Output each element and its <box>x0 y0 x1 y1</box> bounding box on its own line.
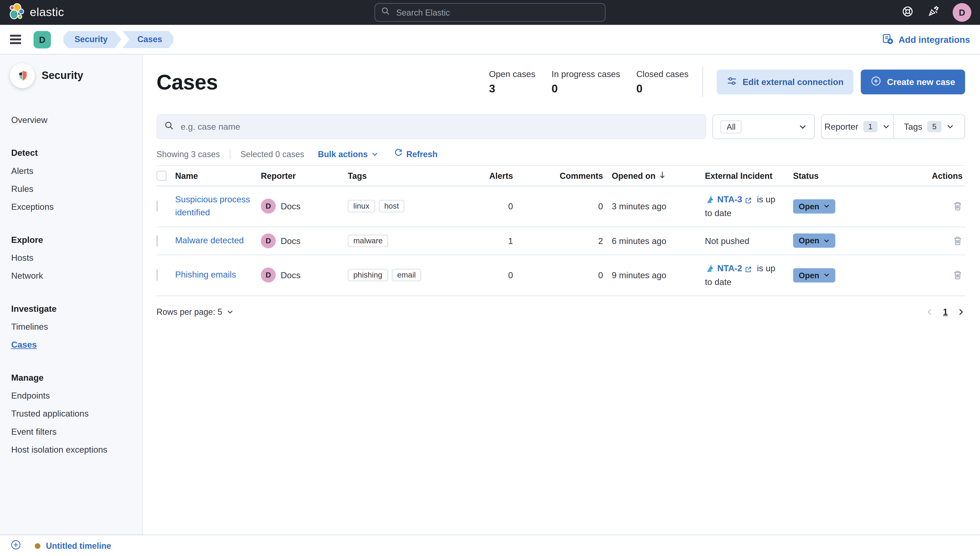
external-link-icon[interactable] <box>745 263 754 273</box>
external-incident: Not pushed <box>705 230 793 252</box>
opened-on-label: Opened on <box>612 171 656 181</box>
external-link-icon[interactable] <box>745 194 754 204</box>
chevron-down-icon <box>824 272 830 278</box>
col-tags[interactable]: Tags <box>348 166 466 185</box>
sidebar-item-hosts[interactable]: Hosts <box>10 249 132 267</box>
status-filter-select[interactable]: All <box>712 114 815 139</box>
external-incident-link[interactable]: NTA-2 <box>717 263 742 273</box>
pagination: 1 <box>926 307 965 317</box>
case-name-link[interactable]: Phishing emails <box>175 270 236 280</box>
sidebar-heading-explore: Explore <box>10 230 132 248</box>
row-checkbox[interactable] <box>157 235 158 246</box>
page-header: Cases Open cases 3 In progress cases 0 C… <box>157 67 965 97</box>
sidebar-item-event-filters[interactable]: Event filters <box>10 422 132 440</box>
opened-on-value: 9 minutes ago <box>612 264 705 286</box>
external-incident: NTA-2 is up to date <box>705 255 793 295</box>
case-search[interactable] <box>157 114 706 139</box>
bulk-actions-button[interactable]: Bulk actions <box>318 149 378 158</box>
sidebar-item-timelines[interactable]: Timelines <box>10 317 132 335</box>
tag-badge[interactable]: linux <box>348 200 375 213</box>
external-incident-link[interactable]: NTA-3 <box>717 194 742 204</box>
col-opened-on[interactable]: Opened on <box>612 166 705 186</box>
create-case-label: Create new case <box>887 77 955 87</box>
case-name-link[interactable]: Malware detected <box>175 235 244 246</box>
col-alerts[interactable]: Alerts <box>466 166 522 185</box>
sidebar-heading-detect: Detect <box>10 144 132 162</box>
previous-page-icon[interactable] <box>926 308 934 316</box>
sidebar-item-host-isolation-exceptions[interactable]: Host isolation exceptions <box>10 440 132 458</box>
space-badge[interactable]: D <box>34 31 51 48</box>
alerts-count: 0 <box>466 195 522 217</box>
main-content: Cases Open cases 3 In progress cases 0 C… <box>143 55 980 535</box>
top-bar: elastic <box>0 0 980 25</box>
case-name-link[interactable]: Suspicious process identified <box>175 194 250 218</box>
add-timeline-icon[interactable] <box>10 539 21 552</box>
col-external-incident[interactable]: External Incident <box>705 166 793 185</box>
timeline-title[interactable]: Untitled timeline <box>46 541 111 550</box>
add-integrations-link[interactable]: Add integrations <box>882 32 970 46</box>
add-integrations-icon <box>882 32 894 46</box>
status-badge[interactable]: Open <box>793 268 835 282</box>
create-new-case-button[interactable]: Create new case <box>861 70 965 95</box>
status-filter-value: All <box>720 120 742 133</box>
breadcrumb-bar: D Security Cases Add integrations <box>0 25 980 55</box>
sidebar-item-alerts[interactable]: Alerts <box>10 162 132 179</box>
tags-filter[interactable]: Tags 5 <box>893 115 964 138</box>
reporter-name: Docs <box>281 236 301 246</box>
sidebar-item-cases[interactable]: Cases <box>10 335 132 353</box>
menu-hamburger-icon[interactable] <box>10 35 21 44</box>
row-checkbox[interactable] <box>157 201 158 212</box>
brand-name: elastic <box>30 6 64 19</box>
edit-external-connection-button[interactable]: Edit external connection <box>716 70 853 95</box>
refresh-button[interactable]: Refresh <box>395 149 438 159</box>
sidebar-item-overview[interactable]: Overview <box>10 111 132 129</box>
page-number[interactable]: 1 <box>943 307 948 317</box>
breadcrumb-cases[interactable]: Cases <box>123 31 173 48</box>
status-label: Open <box>799 202 819 211</box>
reporter-filter[interactable]: Reporter 1 <box>822 115 893 138</box>
refresh-label: Refresh <box>406 149 437 158</box>
row-checkbox[interactable] <box>157 270 158 281</box>
timeline-status-dot <box>35 543 40 548</box>
user-avatar[interactable]: D <box>953 3 971 22</box>
edit-external-label: Edit external connection <box>742 77 844 87</box>
next-page-icon[interactable] <box>957 308 965 316</box>
sidebar-item-exceptions[interactable]: Exceptions <box>10 197 132 215</box>
global-search[interactable] <box>375 3 605 22</box>
tag-badge[interactable]: email <box>392 269 422 281</box>
elastic-logo-icon <box>9 3 25 22</box>
col-name[interactable]: Name <box>175 166 261 185</box>
help-lifebuoy-icon[interactable] <box>902 5 914 19</box>
search-icon <box>165 121 174 133</box>
sidebar-item-rules[interactable]: Rules <box>10 179 132 197</box>
sidebar-item-endpoints[interactable]: Endpoints <box>10 386 132 404</box>
select-all-checkbox[interactable] <box>157 171 167 181</box>
status-badge[interactable]: Open <box>793 234 835 248</box>
global-search-input[interactable] <box>395 7 599 18</box>
stat-progress-value: 0 <box>551 82 620 95</box>
col-comments[interactable]: Comments <box>522 166 612 185</box>
col-reporter[interactable]: Reporter <box>261 166 348 185</box>
whats-new-party-icon[interactable] <box>927 5 939 19</box>
tag-badge[interactable]: malware <box>348 234 388 247</box>
tag-badge[interactable]: phishing <box>348 269 388 281</box>
status-badge[interactable]: Open <box>793 199 835 213</box>
sidebar-heading-investigate: Investigate <box>10 299 132 317</box>
showing-count: Showing 3 cases <box>157 149 220 158</box>
comments-count: 0 <box>522 195 612 217</box>
sidebar-nav: Overview Detect Alerts Rules Exceptions … <box>10 111 132 458</box>
sidebar-item-trusted-applications[interactable]: Trusted applications <box>10 404 132 422</box>
shell: Security Overview Detect Alerts Rules Ex… <box>0 55 980 535</box>
timeline-bar: Untitled timeline <box>0 535 980 556</box>
alerts-count: 0 <box>466 264 522 286</box>
elastic-brand[interactable]: elastic <box>9 3 64 22</box>
trash-icon[interactable] <box>953 270 963 280</box>
case-search-input[interactable] <box>180 121 698 132</box>
sidebar-item-network[interactable]: Network <box>10 267 132 284</box>
breadcrumb-security[interactable]: Security <box>63 31 121 48</box>
trash-icon[interactable] <box>953 236 963 246</box>
rows-per-page-selector[interactable]: Rows per page: 5 <box>157 307 233 317</box>
trash-icon[interactable] <box>953 201 963 212</box>
col-status[interactable]: Status <box>793 166 930 185</box>
tag-badge[interactable]: host <box>379 200 404 213</box>
